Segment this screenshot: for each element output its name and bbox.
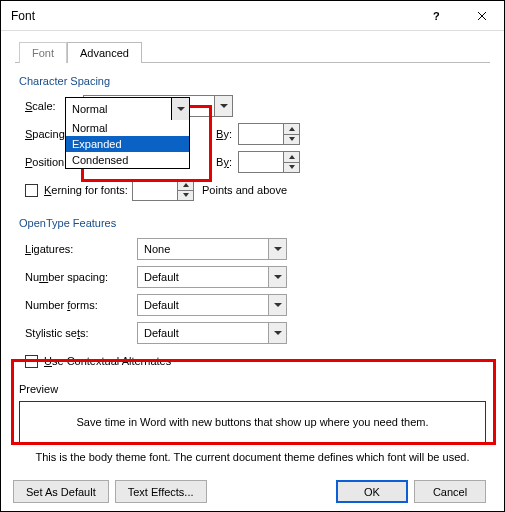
kerning-suffix: Points and above <box>194 184 287 196</box>
number-forms-value: Default <box>144 299 179 311</box>
spacing-option-normal[interactable]: Normal <box>66 120 189 136</box>
spin-down-icon[interactable] <box>284 163 299 173</box>
dropdown-arrow-icon <box>214 96 232 116</box>
dropdown-arrow-icon <box>268 267 286 287</box>
spacing-dropdown-value: Normal <box>72 103 107 115</box>
preview-sample-box: Save time in Word with new buttons that … <box>19 401 486 443</box>
tab-font[interactable]: Font <box>19 42 67 63</box>
spacing-option-condensed[interactable]: Condensed <box>66 152 189 168</box>
kerning-size-spinner[interactable] <box>132 179 194 201</box>
contextual-alternates-label: Use Contextual Alternates <box>44 355 171 367</box>
dropdown-arrow-icon <box>268 295 286 315</box>
window-title: Font <box>1 9 416 23</box>
spin-down-icon[interactable] <box>284 135 299 145</box>
stylistic-sets-combobox[interactable]: Default <box>137 322 287 344</box>
spacing-dropdown-open[interactable]: Normal Normal Expanded Condensed <box>65 97 190 169</box>
preview-description: This is the body theme font. The current… <box>19 451 486 463</box>
number-spacing-label: Number spacing: <box>25 271 137 283</box>
kerning-checkbox[interactable] <box>25 184 38 197</box>
close-button[interactable] <box>460 1 504 31</box>
set-as-default-button[interactable]: Set As Default <box>13 480 109 503</box>
number-forms-combobox[interactable]: Default <box>137 294 287 316</box>
dropdown-arrow-icon <box>171 98 189 120</box>
character-spacing-group-label: Character Spacing <box>19 75 486 87</box>
position-by-spinner[interactable] <box>238 151 300 173</box>
spacing-by-label: By: <box>208 128 238 140</box>
contextual-alternates-checkbox[interactable] <box>25 355 38 368</box>
tab-advanced[interactable]: Advanced <box>67 42 142 63</box>
number-spacing-value: Default <box>144 271 179 283</box>
ligatures-label: Ligatures: <box>25 243 137 255</box>
help-button[interactable]: ? <box>416 1 460 31</box>
dropdown-arrow-icon <box>268 323 286 343</box>
svg-text:?: ? <box>433 11 440 21</box>
spin-down-icon[interactable] <box>178 191 193 201</box>
ligatures-combobox[interactable]: None <box>137 238 287 260</box>
preview-group-label: Preview <box>19 383 486 395</box>
kerning-label: Kerning for fonts: <box>44 184 132 196</box>
spin-up-icon[interactable] <box>284 124 299 135</box>
content-area: Character Spacing Scale: 100% Spacing: B… <box>1 63 504 463</box>
text-effects-button[interactable]: Text Effects... <box>115 480 207 503</box>
preview-sample-text: Save time in Word with new buttons that … <box>77 416 429 428</box>
number-forms-label: Number forms: <box>25 299 137 311</box>
opentype-group-label: OpenType Features <box>19 217 486 229</box>
cancel-button[interactable]: Cancel <box>414 480 486 503</box>
ligatures-value: None <box>144 243 170 255</box>
titlebar: Font ? <box>1 1 504 31</box>
stylistic-sets-value: Default <box>144 327 179 339</box>
spin-up-icon[interactable] <box>178 180 193 191</box>
spin-up-icon[interactable] <box>284 152 299 163</box>
number-spacing-combobox[interactable]: Default <box>137 266 287 288</box>
dropdown-arrow-icon <box>268 239 286 259</box>
spacing-by-spinner[interactable] <box>238 123 300 145</box>
ok-button[interactable]: OK <box>336 480 408 503</box>
position-by-label: By: <box>208 156 238 168</box>
font-dialog-window: Font ? Font Advanced Character Spacing S… <box>0 0 505 512</box>
tab-strip: Font Advanced <box>19 41 504 62</box>
stylistic-sets-label: Stylistic sets: <box>25 327 137 339</box>
spacing-option-expanded[interactable]: Expanded <box>66 136 189 152</box>
dialog-footer: Set As Default Text Effects... OK Cancel <box>1 480 504 503</box>
